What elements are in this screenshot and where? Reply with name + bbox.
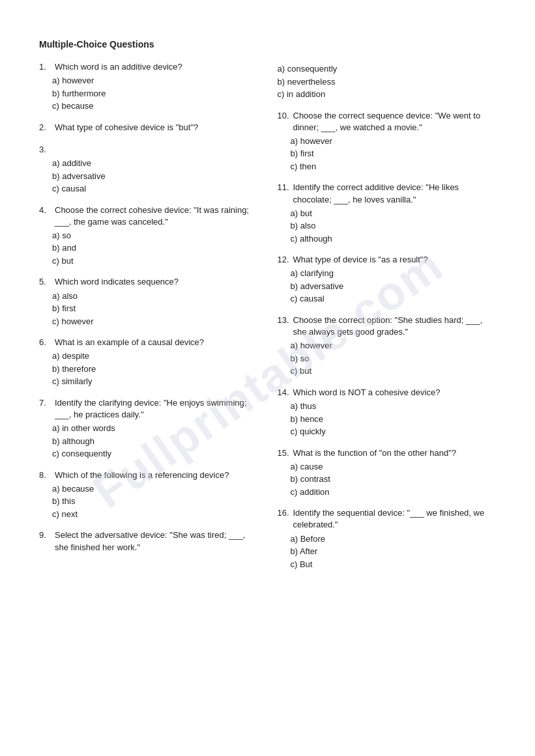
question-2: 2. What type of cohesive device is "but"… <box>39 122 258 135</box>
question-14: 14. Which word is NOT a cohesive device?… <box>278 387 497 438</box>
columns-container: 1. Which word is an additive device? a) … <box>39 61 496 730</box>
q3-number: 3. <box>39 144 52 156</box>
q9-number: 9. <box>39 529 52 541</box>
q16-text: Identify the sequential device: "___ we … <box>293 507 497 531</box>
question-15: 15. What is the function of "on the othe… <box>278 447 497 499</box>
q6-options: a) despite b) therefore c) similarly <box>52 350 258 388</box>
q14-number: 14. <box>278 387 291 399</box>
q10-options: a) however b) first c) then <box>291 135 497 173</box>
page: Fullprintable.com Multiple-Choice Questi… <box>0 0 535 756</box>
q13-option-a: a) however <box>291 339 497 352</box>
q15-number: 15. <box>278 447 291 459</box>
q1-number: 1. <box>39 61 52 73</box>
q8-option-a: a) because <box>52 483 258 496</box>
q10-option-b: b) first <box>291 147 497 160</box>
q12-text: What type of device is "as a result"? <box>293 254 497 266</box>
q12-option-a: a) clarifying <box>291 267 497 280</box>
question-1: 1. Which word is an additive device? a) … <box>39 61 258 113</box>
q16-number: 16. <box>278 507 291 519</box>
q7-text: Identify the clarifying device: "He enjo… <box>55 397 258 421</box>
q14-option-a: a) thus <box>291 400 497 413</box>
q14-text: Which word is NOT a cohesive device? <box>293 387 497 399</box>
q9-option-a: a) consequently <box>278 63 497 76</box>
q3-option-b: b) adversative <box>52 170 258 183</box>
q11-number: 11. <box>278 182 291 193</box>
q15-text: What is the function of "on the other ha… <box>293 447 497 459</box>
q5-option-b: b) first <box>52 302 258 315</box>
q16-option-c: c) But <box>291 558 497 571</box>
q2-text: What type of cohesive device is "but"? <box>55 122 258 133</box>
q14-option-c: c) quickly <box>291 425 497 438</box>
q13-option-c: c) but <box>291 365 497 378</box>
q8-option-c: c) next <box>52 508 258 521</box>
q15-option-b: b) contrast <box>291 473 497 486</box>
question-3: 3. a) additive b) adversative c) causal <box>39 144 258 195</box>
question-12: 12. What type of device is "as a result"… <box>278 254 497 305</box>
question-6: 6. What is an example of a causal device… <box>39 337 258 388</box>
q15-options: a) cause b) contrast c) addition <box>291 460 497 499</box>
q8-option-b: b) this <box>52 495 258 508</box>
q5-option-a: a) also <box>52 290 258 303</box>
q10-number: 10. <box>278 110 291 122</box>
q8-text: Which of the following is a referencing … <box>55 469 258 481</box>
q9-option-b: b) nevertheless <box>278 76 497 89</box>
question-4: 4. Choose the correct cohesive device: "… <box>39 204 258 268</box>
q4-text: Choose the correct cohesive device: "It … <box>55 204 258 228</box>
page-title: Multiple-Choice Questions <box>39 39 496 49</box>
q11-option-c: c) although <box>291 232 497 245</box>
q16-options: a) Before b) After c) But <box>291 533 497 571</box>
question-7: 7. Identify the clarifying device: "He e… <box>39 397 258 460</box>
q1-option-b: b) furthermore <box>52 87 258 100</box>
left-column: 1. Which word is an additive device? a) … <box>39 61 258 730</box>
q15-option-a: a) cause <box>291 460 497 473</box>
right-column: a) consequently b) nevertheless c) in ad… <box>278 61 497 730</box>
q12-option-c: c) causal <box>291 292 497 305</box>
q9-text: Select the adversative device: "She was … <box>55 529 258 553</box>
q5-option-c: c) however <box>52 315 258 328</box>
q7-option-b: b) although <box>52 435 258 448</box>
q10-option-c: c) then <box>291 160 497 173</box>
q14-option-b: b) hence <box>291 413 497 426</box>
q13-number: 13. <box>278 315 291 326</box>
q15-option-c: c) addition <box>291 486 497 499</box>
question-9: 9. Select the adversative device: "She w… <box>39 529 258 554</box>
question-16: 16. Identify the sequential device: "___… <box>278 507 497 570</box>
q13-option-b: b) so <box>291 352 497 365</box>
q4-options: a) so b) and c) but <box>52 229 258 268</box>
q1-options: a) however b) furthermore c) because <box>52 74 258 113</box>
question-13: 13. Choose the correct option: "She stud… <box>278 315 497 378</box>
q1-option-a: a) however <box>52 74 258 87</box>
q8-options: a) because b) this c) next <box>52 483 258 521</box>
q5-options: a) also b) first c) however <box>52 290 258 328</box>
q8-number: 8. <box>39 469 52 481</box>
question-11: 11. Identify the correct additive device… <box>278 182 497 245</box>
q16-option-a: a) Before <box>291 533 497 546</box>
q4-option-a: a) so <box>52 229 258 242</box>
q6-number: 6. <box>39 337 52 348</box>
q9-top-options: a) consequently b) nevertheless c) in ad… <box>278 63 497 101</box>
q4-number: 4. <box>39 204 52 216</box>
q6-option-c: c) similarly <box>52 375 258 388</box>
q7-option-a: a) in other words <box>52 422 258 435</box>
q6-option-b: b) therefore <box>52 363 258 376</box>
q11-text: Identify the correct additive device: "H… <box>293 182 497 205</box>
q4-option-c: c) but <box>52 255 258 268</box>
q11-options: a) but b) also c) although <box>291 207 497 245</box>
q13-options: a) however b) so c) but <box>291 339 497 378</box>
q12-option-b: b) adversative <box>291 280 497 293</box>
q1-text: Which word is an additive device? <box>55 61 258 73</box>
question-8: 8. Which of the following is a referenci… <box>39 469 258 521</box>
q16-option-b: b) After <box>291 545 497 558</box>
q3-option-a: a) additive <box>52 157 258 170</box>
q14-options: a) thus b) hence c) quickly <box>291 400 497 438</box>
q10-text: Choose the correct sequence device: "We … <box>293 110 497 133</box>
q11-option-b: b) also <box>291 219 497 232</box>
q6-text: What is an example of a causal device? <box>55 337 258 348</box>
q13-text: Choose the correct option: "She studies … <box>293 315 497 338</box>
q5-number: 5. <box>39 276 52 288</box>
q9-option-c: c) in addition <box>278 88 497 101</box>
q11-option-a: a) but <box>291 207 497 220</box>
q1-option-c: c) because <box>52 100 258 113</box>
q2-number: 2. <box>39 122 52 133</box>
q7-option-c: c) consequently <box>52 447 258 460</box>
